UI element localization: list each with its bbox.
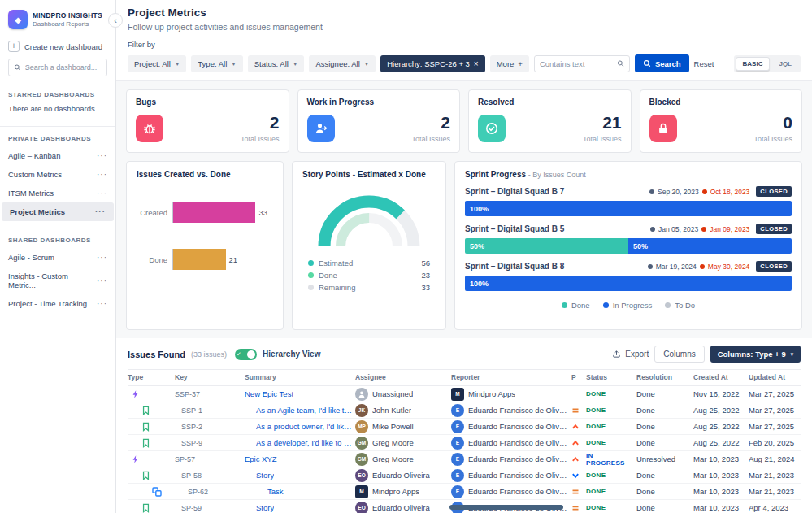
table-row[interactable]: SSP-9 As a developer, I'd like to up... … bbox=[128, 435, 801, 451]
issues-title: Issues Found bbox=[128, 350, 185, 359]
stat-caption: Total Issues bbox=[583, 135, 622, 143]
avatar: E bbox=[451, 404, 464, 417]
legend-dot bbox=[308, 272, 314, 278]
more-options-icon[interactable]: ··· bbox=[95, 207, 106, 216]
chart-title: Issues Created vs. Done bbox=[137, 170, 273, 179]
columns-dropdown-label: Columns: Type + 9 bbox=[718, 350, 786, 359]
reporter-name: Mindpro Apps bbox=[468, 389, 515, 398]
legend-value: 23 bbox=[421, 271, 430, 280]
sidebar-item[interactable]: Project - Time Tracking ··· bbox=[0, 294, 115, 313]
status-badge: DONE bbox=[586, 406, 606, 414]
table-row[interactable]: SSP-2 As a product owner, I'd like t... … bbox=[128, 419, 801, 435]
assignee-name: Greg Moore bbox=[372, 438, 414, 447]
dashboard-search-input[interactable] bbox=[25, 63, 102, 72]
column-header[interactable]: Assignee bbox=[355, 373, 451, 381]
sidebar-section: PRIVATE DASHBOARDS Agile – Kanban ··· Cu… bbox=[0, 126, 115, 224]
issue-summary-link[interactable]: As a developer, I'd like to up... bbox=[256, 438, 352, 447]
column-header[interactable]: Reporter bbox=[451, 373, 571, 381]
issue-summary-link[interactable]: As an Agile team, I'd like to l... bbox=[256, 406, 352, 415]
close-icon[interactable]: × bbox=[474, 59, 479, 68]
sprint-legend-item: In Progress bbox=[603, 301, 653, 310]
table-row[interactable]: SSP-37 New Epic Test Unassigned MMindpro… bbox=[128, 386, 801, 402]
filter-dropdown[interactable]: Type: All ▼ bbox=[191, 55, 242, 72]
issue-summary-link[interactable]: Task bbox=[267, 487, 284, 496]
search-button[interactable]: Search bbox=[635, 54, 689, 72]
basic-mode-button[interactable]: BASIC bbox=[736, 57, 771, 71]
table-row[interactable]: SP-62 Task MMindpro Apps EEduardo Franci… bbox=[128, 484, 801, 500]
horizontal-scrollbar[interactable] bbox=[449, 505, 563, 510]
issue-summary-link[interactable]: Story bbox=[256, 471, 274, 480]
sidebar-item[interactable]: Project Metrics ··· bbox=[2, 202, 114, 221]
sprint-legend-item: Done bbox=[562, 301, 590, 310]
contains-text-field[interactable] bbox=[534, 55, 630, 72]
sidebar-collapse-button[interactable]: ‹ bbox=[108, 13, 123, 28]
legend-dot bbox=[308, 260, 314, 266]
sprint-name: Sprint – Digital Squad B 5 bbox=[465, 224, 564, 233]
column-header[interactable]: Summary bbox=[245, 373, 355, 381]
columns-dropdown[interactable]: Columns: Type + 9 ▾ bbox=[710, 346, 801, 363]
issue-summary-link[interactable]: Story bbox=[256, 503, 274, 512]
issue-summary-link[interactable]: Epic XYZ bbox=[245, 454, 277, 463]
reset-button[interactable]: Reset bbox=[694, 59, 714, 68]
hierarchy-filter-chip[interactable]: Hierarchy: SSPC-26 + 3 × bbox=[380, 55, 484, 72]
issues-section: Issues Found (33 issues) ✓ Hierarchy Vie… bbox=[116, 338, 812, 513]
table-row[interactable]: SP-57 Epic XYZ GMGreg Moore EEduardo Fra… bbox=[128, 451, 801, 467]
more-options-icon[interactable]: ··· bbox=[97, 170, 107, 179]
export-button[interactable]: Export bbox=[612, 350, 649, 359]
create-dashboard-label: Create new dashboard bbox=[24, 42, 102, 51]
contains-text-input[interactable] bbox=[540, 59, 614, 68]
hierarchy-view-toggle[interactable]: ✓ bbox=[235, 349, 257, 360]
search-icon bbox=[14, 63, 21, 72]
sidebar-item[interactable]: Agile – Kanban ··· bbox=[0, 146, 115, 165]
assignee-name: Unassigned bbox=[372, 389, 413, 398]
column-header[interactable]: Key bbox=[175, 373, 245, 381]
chevron-down-icon: ▼ bbox=[231, 61, 236, 67]
filter-dropdown[interactable]: Status: All ▼ bbox=[248, 55, 305, 72]
issue-summary-link[interactable]: As a product owner, I'd like t... bbox=[256, 422, 352, 431]
sidebar-empty-text: There are no dashboards. bbox=[0, 102, 115, 120]
more-options-icon[interactable]: ··· bbox=[97, 151, 107, 160]
sidebar-section-title: STARRED DASHBOARDS bbox=[0, 83, 115, 102]
sprint-start-date: Mar 19, 2024 bbox=[656, 263, 697, 271]
issue-type-story-icon bbox=[128, 406, 175, 415]
more-options-icon[interactable]: ··· bbox=[97, 299, 107, 308]
sidebar-item[interactable]: ITSM Metrics ··· bbox=[0, 184, 115, 202]
create-dashboard-button[interactable]: + Create new dashboard bbox=[0, 37, 115, 59]
stat-value: 2 bbox=[411, 114, 450, 131]
filter-dropdown-label: Status: All bbox=[254, 59, 289, 68]
end-date-dot bbox=[700, 264, 705, 269]
column-header[interactable]: Created At bbox=[693, 373, 749, 381]
column-header[interactable]: P bbox=[571, 373, 586, 381]
sidebar-item[interactable]: Insights - Custom Metric... ··· bbox=[0, 267, 115, 294]
column-header[interactable]: Resolution bbox=[636, 373, 693, 381]
issue-summary-link[interactable]: New Epic Test bbox=[245, 389, 293, 398]
sidebar-item[interactable]: Custom Metrics ··· bbox=[0, 165, 115, 184]
dashboard-search[interactable] bbox=[8, 59, 107, 76]
column-header[interactable]: Type bbox=[128, 373, 175, 381]
table-row[interactable]: SP-58 Story EOEduardo Oliveira EEduardo … bbox=[128, 467, 801, 484]
column-header[interactable]: Updated At bbox=[749, 373, 796, 381]
created-at: Nov 16, 2022 bbox=[693, 389, 749, 398]
more-options-icon[interactable]: ··· bbox=[97, 189, 107, 198]
more-options-icon[interactable]: ··· bbox=[97, 253, 107, 262]
assignee-name: Mindpro Apps bbox=[372, 487, 419, 496]
table-row[interactable]: SSP-1 As an Agile team, I'd like to l...… bbox=[128, 402, 801, 419]
jql-mode-button[interactable]: JQL bbox=[771, 57, 799, 71]
chart-title: Story Points - Estimated x Done bbox=[302, 170, 436, 179]
filter-dropdown[interactable]: Project: All ▼ bbox=[128, 55, 186, 72]
avatar: E bbox=[451, 437, 464, 450]
issue-key: SSP-37 bbox=[175, 390, 245, 398]
segment-label: 100% bbox=[470, 280, 489, 288]
more-options-icon[interactable]: ··· bbox=[97, 276, 107, 285]
column-header[interactable]: Status bbox=[586, 373, 636, 381]
sidebar-sections: STARRED DASHBOARDSThere are no dashboard… bbox=[0, 83, 115, 316]
filter-dropdown[interactable]: Assignee: All ▼ bbox=[309, 55, 376, 72]
issues-header: Issues Found (33 issues) ✓ Hierarchy Vie… bbox=[128, 338, 801, 369]
columns-button[interactable]: Columns bbox=[654, 346, 704, 363]
sprint-bar-segment: 100% bbox=[465, 276, 792, 291]
more-filters-button[interactable]: More + bbox=[490, 55, 529, 72]
sidebar-item[interactable]: Agile - Scrum ··· bbox=[0, 248, 115, 267]
legend-dot bbox=[665, 302, 671, 308]
blocked-icon bbox=[649, 115, 677, 142]
resolution: Done bbox=[636, 438, 693, 447]
